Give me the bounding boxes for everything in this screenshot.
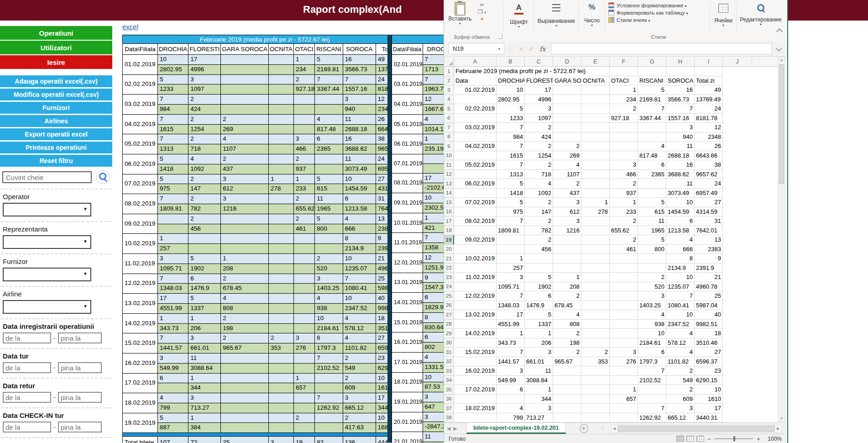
excel-cell[interactable]: [610, 282, 638, 292]
excel-cell[interactable]: [553, 132, 581, 142]
excel-cell[interactable]: [581, 151, 610, 161]
cell-styles-button[interactable]: Стили ячеек ▾: [608, 17, 708, 23]
excel-cell[interactable]: 16.02.2019: [454, 366, 497, 376]
excel-cell[interactable]: [454, 301, 497, 311]
excel-cell[interactable]: [553, 395, 581, 404]
excel-cell[interactable]: [454, 170, 497, 179]
column-header-H[interactable]: H: [666, 57, 695, 66]
excel-cell[interactable]: 14.02.2019: [454, 329, 497, 338]
excel-cell[interactable]: 01.02.2019: [454, 85, 497, 95]
excel-cell[interactable]: [454, 207, 497, 217]
number-button[interactable]: % Число ▾: [580, 3, 604, 27]
excel-cell[interactable]: 13: [695, 235, 723, 245]
excel-cell[interactable]: 461: [610, 245, 638, 254]
excel-cell[interactable]: [581, 301, 610, 311]
row-header-23[interactable]: 23: [444, 273, 454, 282]
excel-cell[interactable]: 1809.81: [497, 226, 525, 236]
excel-cell[interactable]: 1313: [497, 170, 525, 179]
row-header-24[interactable]: 24: [444, 282, 454, 292]
row-header-1[interactable]: 1: [444, 67, 454, 76]
excel-cell[interactable]: 3088.64: [525, 376, 553, 385]
excel-cell[interactable]: 437: [553, 189, 581, 198]
excel-cell[interactable]: [553, 366, 581, 376]
excel-cell[interactable]: 2: [610, 216, 638, 226]
excel-cell[interactable]: [638, 179, 666, 189]
zoom-in-icon[interactable]: +: [757, 435, 760, 443]
excel-cell[interactable]: 2: [610, 104, 638, 114]
conditional-formatting-button[interactable]: Условное форматирование ▾: [608, 2, 708, 8]
excel-cell[interactable]: [497, 245, 525, 254]
excel-cell[interactable]: 08.02.2019: [454, 216, 497, 226]
excel-cell[interactable]: 6957.49: [695, 189, 723, 198]
excel-cell[interactable]: 3: [497, 273, 525, 282]
excel-cell[interactable]: 937: [610, 189, 638, 198]
excel-cell[interactable]: 233: [610, 207, 638, 217]
excel-cell[interactable]: 549: [666, 376, 695, 385]
row-header-15[interactable]: 15: [444, 198, 454, 207]
excel-cell[interactable]: Total zi: [695, 76, 723, 86]
excel-cell[interactable]: 2184.61: [638, 338, 666, 348]
sheet-tab[interactable]: bilete-raport-complex-19.02.201: [466, 423, 566, 434]
excel-cell[interactable]: 1097: [525, 114, 553, 123]
row-header-29[interactable]: 29: [444, 329, 454, 338]
row-header-4[interactable]: 4: [444, 95, 454, 105]
excel-cell[interactable]: 2802.95: [497, 95, 525, 105]
excel-cell[interactable]: [638, 132, 666, 142]
insert-function-icon[interactable]: fx: [539, 45, 545, 53]
excel-cell[interactable]: [610, 301, 638, 311]
excel-cell[interactable]: 1: [610, 85, 638, 95]
excel-cell[interactable]: 5: [497, 104, 525, 114]
excel-cell[interactable]: [525, 254, 553, 264]
excel-cell[interactable]: 2: [525, 216, 553, 226]
excel-cell[interactable]: [581, 226, 610, 236]
excel-cell[interactable]: 1: [497, 254, 525, 264]
excel-cell[interactable]: 10: [497, 85, 525, 95]
excel-cell[interactable]: 7: [638, 104, 666, 114]
vertical-scrollbar-thumb[interactable]: [779, 64, 784, 184]
excel-cell[interactable]: 2: [638, 273, 666, 282]
excel-cell[interactable]: [581, 385, 610, 395]
excel-cell[interactable]: 3073.49: [666, 189, 695, 198]
excel-cell[interactable]: [581, 329, 610, 338]
excel-cell[interactable]: 1797.3: [638, 357, 666, 367]
excel-cell[interactable]: 4314.59: [695, 207, 723, 217]
row-header-34[interactable]: 34: [444, 376, 454, 385]
excel-cell[interactable]: 11: [638, 216, 666, 226]
excel-cell[interactable]: [581, 395, 610, 404]
excel-cell[interactable]: [695, 67, 723, 76]
excel-cell[interactable]: [553, 385, 581, 395]
excel-cell[interactable]: [581, 104, 610, 114]
excel-cell[interactable]: [610, 413, 638, 423]
excel-cell[interactable]: GARA SOROCA: [553, 76, 581, 86]
excel-cell[interactable]: 6596.37: [695, 357, 723, 367]
excel-cell[interactable]: 3688.62: [666, 170, 695, 179]
vertical-scrollbar[interactable]: ▲ ▼: [778, 57, 785, 422]
excel-cell[interactable]: [525, 264, 553, 273]
excel-cell[interactable]: [454, 338, 497, 348]
excel-cell[interactable]: 1: [497, 329, 525, 338]
zoom-out-icon[interactable]: −: [707, 435, 711, 443]
excel-cell[interactable]: 257: [497, 264, 525, 273]
date-from-input[interactable]: [3, 392, 51, 403]
excel-cell[interactable]: 1418: [497, 189, 525, 198]
select-all-corner[interactable]: [444, 57, 454, 66]
excel-cell[interactable]: 147: [525, 207, 553, 217]
row-header-8[interactable]: 8: [444, 132, 454, 142]
excel-cell[interactable]: 2: [525, 160, 553, 170]
excel-cell[interactable]: 24: [695, 179, 723, 189]
excel-cell[interactable]: [610, 376, 638, 385]
excel-cell[interactable]: [581, 95, 610, 105]
scroll-right-icon[interactable]: ▶: [775, 426, 781, 431]
excel-cell[interactable]: 6: [638, 160, 666, 170]
excel-cell[interactable]: [638, 67, 666, 76]
excel-cell[interactable]: 808: [553, 320, 581, 329]
zoom-slider[interactable]: [714, 438, 753, 439]
row-header-32[interactable]: 32: [444, 357, 454, 367]
excel-cell[interactable]: 2102.52: [638, 376, 666, 385]
excel-cell[interactable]: 2365: [638, 170, 666, 179]
excel-cell[interactable]: 2169.81: [638, 95, 666, 105]
excel-cell[interactable]: 1107: [553, 170, 581, 179]
excel-cell[interactable]: 10: [695, 385, 723, 395]
name-box[interactable]: N19 ▾: [449, 43, 504, 54]
tab-nav-left-icon[interactable]: ◀: [447, 426, 450, 432]
